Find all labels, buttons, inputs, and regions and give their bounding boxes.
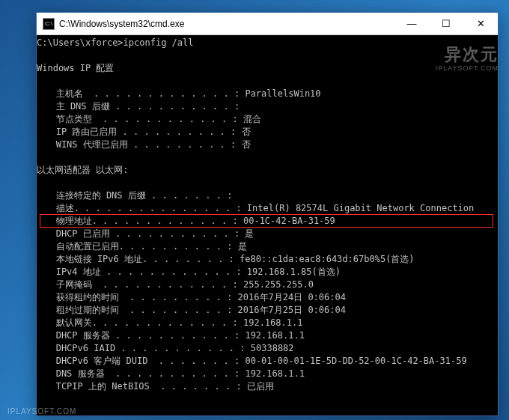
prompt-line: C:\Users\xforce>ipconfig /all — [37, 37, 495, 49]
maximize-button[interactable]: ☐ — [429, 13, 463, 34]
adapter-row-13: DHCPv6 客户端 DUID . . . . . . . : 00-01-00… — [40, 355, 495, 368]
adapter-row-8: 获得租约的时间 . . . . . . . . . : 2016年7月24日 0… — [40, 291, 495, 304]
adapter-row-5: 本地链接 IPv6 地址. . . . . . . . : fe80::c1da… — [40, 253, 495, 266]
adapter-row-7: 子网掩码 . . . . . . . . . . . . : 255.255.2… — [40, 279, 495, 291]
adapter-row-12: DHCPv6 IAID . . . . . . . . . . . : 5033… — [40, 342, 495, 355]
host-row-1: 主 DNS 后缀 . . . . . . . . . . . : — [40, 100, 495, 113]
titlebar[interactable]: C:\ C:\Windows\system32\cmd.exe — ☐ ✕ — [37, 13, 498, 35]
host-row-0: 主机名 . . . . . . . . . . . . . : Parallel… — [40, 88, 495, 100]
host-row-4: WINS 代理已启用 . . . . . . . . . : 否 — [40, 139, 495, 151]
watermark-bottom: IPLAYSOFT.COM — [7, 407, 76, 416]
console-line — [40, 177, 495, 189]
adapter-row-0: 连接特定的 DNS 后缀 . . . . . . . : — [40, 189, 495, 202]
adapter-row-14: DNS 服务器 . . . . . . . . . . . : 192.168.… — [40, 368, 495, 380]
cmd-icon: C:\ — [43, 18, 55, 30]
adapter-row-11: DHCP 服务器 . . . . . . . . . . . : 192.168… — [40, 329, 495, 342]
adapter-row-4: 自动配置已启用. . . . . . . . . . : 是 — [40, 240, 495, 253]
console-line — [40, 75, 495, 88]
close-button[interactable]: ✕ — [463, 13, 498, 34]
adapter-row-1: 描述. . . . . . . . . . . . . . . : Intel(… — [40, 202, 495, 215]
host-row-2: 节点类型 . . . . . . . . . . . . : 混合 — [40, 113, 495, 126]
adapter-row-15: TCPIP 上的 NetBIOS . . . . . . . : 已启用 — [40, 380, 495, 393]
adapter-row-6: IPv4 地址 . . . . . . . . . . . . : 192.16… — [40, 266, 495, 279]
adapter-row-10: 默认网关. . . . . . . . . . . . . : 192.168.… — [40, 317, 495, 329]
adapter-row-3: DHCP 已启用 . . . . . . . . . . . : 是 — [40, 228, 495, 240]
minimize-button[interactable]: — — [394, 13, 429, 34]
cmd-window: C:\ C:\Windows\system32\cmd.exe — ☐ ✕ C:… — [36, 12, 499, 416]
window-title: C:\Windows\system32\cmd.exe — [59, 19, 394, 29]
host-row-3: IP 路由已启用 . . . . . . . . . . : 否 — [40, 126, 495, 139]
window-controls: — ☐ ✕ — [394, 13, 498, 34]
adapter-row-2: 物理地址. . . . . . . . . . . . . : 00-1C-42… — [40, 215, 495, 228]
section-header: Windows IP 配置 — [37, 62, 495, 75]
adapter-header: 以太网适配器 以太网: — [37, 164, 495, 177]
adapter-row-9: 租约过期的时间 . . . . . . . . . : 2016年7月25日 0… — [40, 304, 495, 317]
console-output[interactable]: C:\Users\xforce>ipconfig /all Windows IP… — [37, 35, 498, 416]
console-line — [40, 151, 495, 164]
console-line — [40, 49, 495, 62]
